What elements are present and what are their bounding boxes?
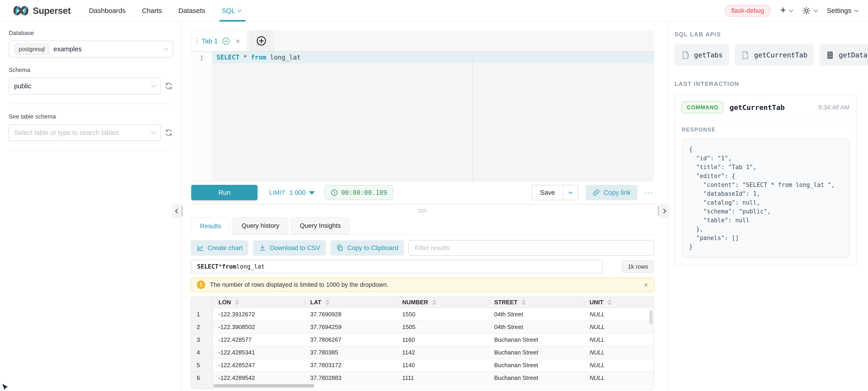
- table-select[interactable]: Select table or type to search tables: [9, 124, 161, 141]
- chevron-down-icon: [163, 46, 168, 51]
- horizontal-scrollbar[interactable]: [213, 384, 314, 388]
- sidebar-drag-bar[interactable]: [181, 206, 183, 216]
- more-actions-button[interactable]: ···: [644, 189, 654, 197]
- theme-menu[interactable]: [802, 6, 817, 15]
- copy-link-label: Copy link: [603, 189, 631, 196]
- schema-select[interactable]: public: [9, 78, 161, 94]
- save-split-button: Save: [531, 185, 578, 200]
- tab-query-history[interactable]: Query history: [232, 217, 288, 234]
- sort-icon: [432, 299, 436, 305]
- sql-editor-main: Tab 1 × 1 SELECT * from long_lat: [182, 22, 668, 391]
- save-button[interactable]: Save: [532, 185, 563, 200]
- row-count-badge: 1k rows: [622, 260, 654, 273]
- filter-results-input[interactable]: [409, 240, 654, 256]
- vertical-scrollbar[interactable]: [650, 310, 652, 325]
- drag-handle-icon[interactable]: [196, 38, 197, 39]
- file-cabinet-icon: [826, 51, 835, 60]
- executed-query-preview: SELECT * from long_lat: [191, 260, 603, 273]
- column-header-unit[interactable]: UNIT: [584, 297, 654, 308]
- create-chart-button[interactable]: Create chart: [191, 240, 248, 256]
- table-row: 4-122.428534137.7803851142Buchanan Stree…: [191, 346, 654, 359]
- nav-item-sql[interactable]: SQL: [222, 0, 241, 22]
- results-tabbar: Results Query history Query Insights: [191, 217, 654, 235]
- line-number: 1: [199, 55, 203, 62]
- close-tab-icon[interactable]: ×: [236, 37, 240, 45]
- nav-item-dashboards[interactable]: Dashboards: [89, 0, 126, 22]
- nav-item-datasets[interactable]: Datasets: [178, 0, 205, 22]
- nav-item-charts[interactable]: Charts: [142, 0, 162, 22]
- sql-lab-apis-panel: SQL LAB APIS getTabs: [668, 22, 868, 391]
- editor-code-area[interactable]: SELECT * from long_lat: [212, 52, 654, 181]
- brand-name: Superset: [33, 6, 71, 16]
- table-row: 3-122.42857737.78062671160Buchanan Stree…: [191, 333, 654, 346]
- database-select[interactable]: postgresql examples: [9, 41, 173, 58]
- brand-logo[interactable]: Superset: [13, 6, 71, 16]
- print-margin-line: [472, 52, 473, 181]
- chevron-down-icon: [151, 83, 156, 88]
- column-header-lat[interactable]: LAT: [305, 297, 397, 308]
- editor-gutter: 1: [191, 52, 212, 181]
- last-interaction-card: COMMAND getCurrentTab 9:34:48 AM RESPONS…: [675, 95, 857, 265]
- warning-icon: !: [197, 281, 205, 289]
- download-csv-button[interactable]: Download to CSV: [253, 240, 326, 256]
- chart-icon: [197, 244, 204, 252]
- response-code-block: { "id": "1", "title": "Tab 1", "editor":…: [682, 139, 849, 258]
- resize-handle-icon[interactable]: [418, 208, 427, 214]
- copy-link-button[interactable]: Copy link: [586, 185, 638, 200]
- api-buttons: getTabs getCurrentTab: [675, 44, 857, 66]
- panel-drag-bar[interactable]: [658, 206, 659, 216]
- chevron-down-icon: [855, 8, 859, 12]
- command-badge: COMMAND: [682, 101, 723, 113]
- query-timer: 00:00:00.189: [325, 185, 393, 200]
- page-icon: [741, 51, 750, 60]
- close-warning-icon[interactable]: ×: [644, 281, 648, 288]
- chevron-down-icon: [151, 129, 156, 134]
- new-item-menu[interactable]: +: [780, 6, 793, 15]
- page-tabs-icon: [681, 51, 690, 60]
- editor-tab-1[interactable]: Tab 1 ×: [191, 30, 247, 51]
- settings-menu[interactable]: Settings: [827, 7, 858, 14]
- column-header-number[interactable]: NUMBER: [397, 297, 489, 308]
- get-tabs-button[interactable]: getTabs: [675, 44, 729, 66]
- tab-results[interactable]: Results: [191, 218, 230, 235]
- refresh-tables-icon[interactable]: [164, 128, 173, 137]
- limit-dropdown[interactable]: LIMIT: 1 000: [269, 189, 315, 196]
- interaction-header: COMMAND getCurrentTab 9:34:48 AM: [675, 95, 856, 120]
- sort-icon: [235, 299, 239, 305]
- tab-query-insights[interactable]: Query Insights: [291, 217, 350, 234]
- save-options-caret[interactable]: [563, 185, 578, 200]
- timer-value: 00:00:00.189: [341, 189, 387, 196]
- column-header-lon[interactable]: LON: [213, 297, 305, 308]
- database-label: Database: [9, 30, 173, 37]
- superset-logo-icon: [13, 6, 29, 16]
- get-databases-button[interactable]: getDatabases: [819, 44, 868, 66]
- interaction-body: RESPONSE { "id": "1", "title": "Tab 1", …: [675, 120, 856, 265]
- sql-code-editor[interactable]: 1 SELECT * from long_lat: [191, 51, 654, 181]
- response-label: RESPONSE: [682, 127, 849, 133]
- refresh-schema-icon[interactable]: [164, 82, 173, 90]
- collapse-sidebar-button[interactable]: [172, 204, 181, 218]
- limit-value: 1 000: [289, 189, 306, 196]
- collapse-panel-button[interactable]: [660, 204, 669, 218]
- copy-clipboard-button[interactable]: Copy to Clipboard: [331, 240, 404, 256]
- environment-badge: flask-debug: [725, 5, 771, 17]
- table-row: 6-122.428954237.78028831111Buchanan Stre…: [191, 371, 654, 384]
- pane-divider: [191, 204, 654, 217]
- command-timestamp: 9:34:48 AM: [818, 104, 849, 111]
- database-value: examples: [53, 45, 82, 53]
- run-button[interactable]: Run: [191, 185, 257, 200]
- sort-icon: [608, 299, 612, 305]
- schema-label: Schema: [9, 67, 173, 73]
- editor-tab-title: Tab 1: [202, 37, 218, 45]
- command-name: getCurrentTab: [730, 103, 785, 111]
- row-limit-warning: ! The number of rows displayed is limite…: [191, 278, 654, 292]
- table-row: 1-122.391267237.7690928155004th StreetNU…: [191, 308, 654, 321]
- column-header-street[interactable]: STREET: [489, 297, 584, 308]
- get-current-tab-button[interactable]: getCurrentTab: [735, 44, 814, 66]
- results-table-header: LONLATNUMBERSTREETUNIT: [191, 297, 654, 308]
- schema-value: public: [14, 83, 31, 90]
- results-table-body: 1-122.391267237.7690928155004th StreetNU…: [191, 308, 654, 389]
- add-tab-button[interactable]: [249, 30, 274, 51]
- results-table-card: LONLATNUMBERSTREETUNIT 1-122.391267237.7…: [191, 297, 654, 389]
- chevron-down-icon: [569, 190, 573, 194]
